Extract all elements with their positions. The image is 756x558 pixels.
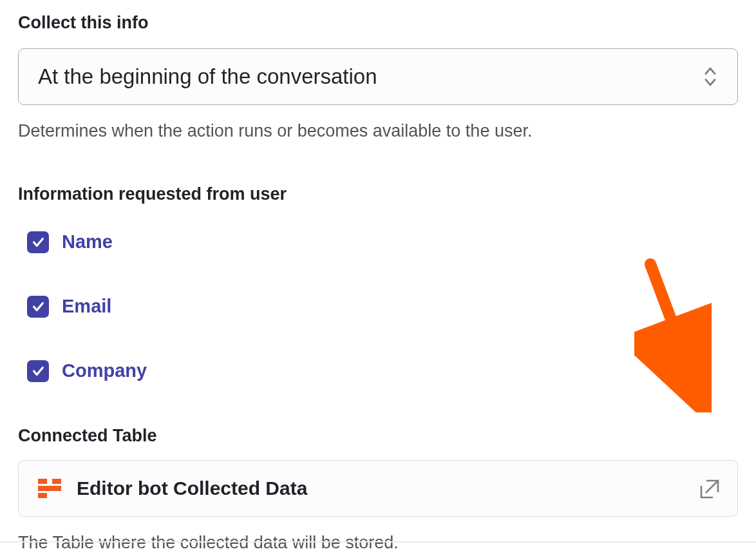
checkbox-email[interactable] bbox=[27, 296, 49, 318]
collect-timing-helper: Determines when the action runs or becom… bbox=[18, 119, 738, 142]
check-icon bbox=[31, 300, 45, 314]
connected-table-label: Connected Table bbox=[18, 425, 738, 447]
collect-timing-select[interactable]: At the beginning of the conversation bbox=[18, 48, 738, 105]
connected-table-name: Editor bot Collected Data bbox=[77, 477, 697, 499]
collect-timing-value: At the beginning of the conversation bbox=[38, 64, 701, 89]
connected-table-card[interactable]: Editor bot Collected Data bbox=[18, 460, 738, 517]
info-requested-label: Information requested from user bbox=[18, 183, 738, 206]
check-icon bbox=[31, 235, 45, 249]
svg-line-0 bbox=[706, 481, 717, 493]
checkbox-label-email: Email bbox=[62, 296, 111, 317]
chevron-updown-icon bbox=[701, 65, 719, 88]
check-icon bbox=[31, 364, 45, 378]
checkbox-row-name[interactable]: Name bbox=[27, 231, 738, 253]
checkbox-row-company[interactable]: Company bbox=[27, 360, 738, 382]
checkbox-label-company: Company bbox=[62, 360, 147, 381]
checkbox-label-name: Name bbox=[62, 231, 113, 253]
table-icon bbox=[38, 479, 61, 498]
info-checkbox-list: Name Email Company bbox=[18, 231, 738, 382]
collect-info-label: Collect this info bbox=[18, 12, 738, 34]
divider bbox=[0, 541, 756, 543]
checkbox-row-email[interactable]: Email bbox=[27, 296, 738, 318]
checkbox-company[interactable] bbox=[27, 360, 49, 382]
checkbox-name[interactable] bbox=[27, 231, 49, 253]
open-external-icon[interactable] bbox=[697, 477, 721, 500]
